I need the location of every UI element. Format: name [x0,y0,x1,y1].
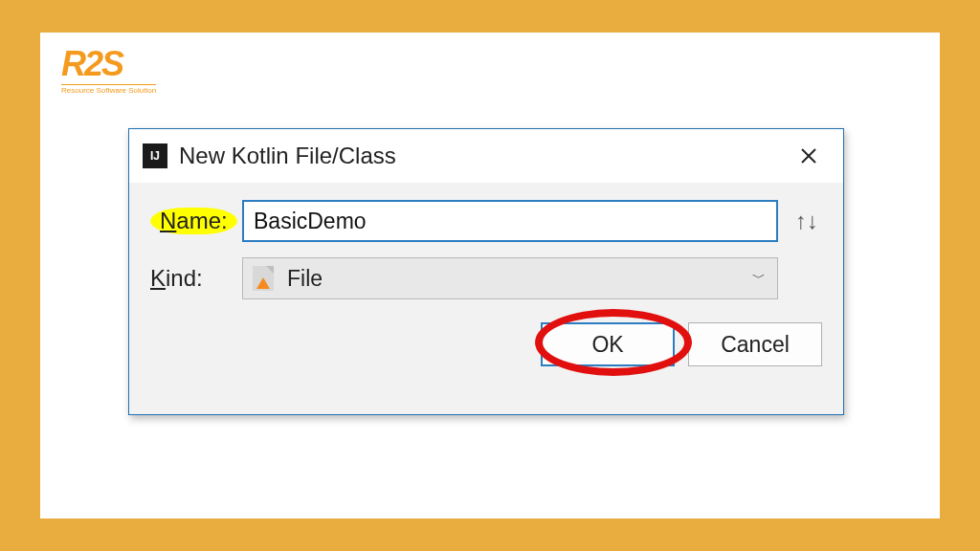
kind-row: Kind: File ﹀ [150,257,822,299]
logo-text: R2S [61,44,122,83]
close-button[interactable] [788,137,830,175]
name-row: Name: ↑↓ [150,200,822,242]
cancel-button[interactable]: Cancel [688,322,822,366]
tutorial-slide: R2S Resource Software Solution IJ New Ko… [40,33,940,518]
kind-select[interactable]: File ﹀ [242,257,778,299]
dialog-buttonbar: OK Cancel [129,315,843,366]
dialog-titlebar: IJ New Kotlin File/Class [129,129,843,183]
new-kotlin-file-dialog: IJ New Kotlin File/Class Name: ↑↓ K [128,128,844,415]
r2s-logo: R2S [61,44,122,84]
intellij-icon: IJ [143,143,167,168]
kotlin-file-icon [253,266,274,291]
ok-button[interactable]: OK [541,322,675,366]
kind-label: Kind: [150,265,242,292]
chevron-down-icon: ﹀ [752,270,766,287]
close-icon [799,146,818,165]
sort-arrows-icon[interactable]: ↑↓ [791,208,822,234]
name-label: Name: [150,208,242,234]
kind-value: File [287,266,323,292]
dialog-title: New Kotlin File/Class [179,143,788,169]
name-input[interactable] [242,200,778,242]
dialog-body: Name: ↑↓ Kind: File ﹀ [129,183,843,299]
logo-subtitle: Resource Software Solution [61,84,156,95]
